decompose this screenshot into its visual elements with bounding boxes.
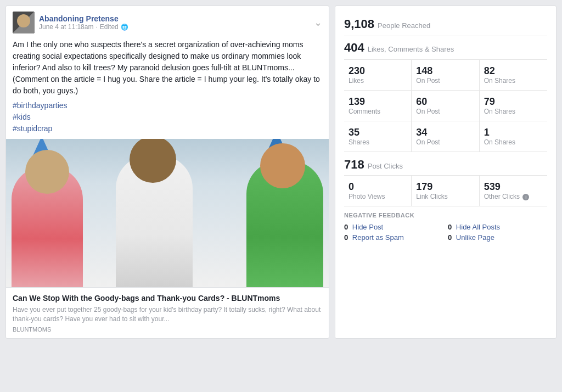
- globe-icon: 🌐: [121, 24, 128, 31]
- likes-on-shares-label: On Shares: [484, 77, 543, 85]
- lcs-label: Likes, Comments & Shares: [368, 45, 454, 53]
- main-container: Abandoning Pretense June 4 at 11:18am · …: [5, 5, 557, 339]
- likes-num: 230: [349, 65, 407, 77]
- hide-post-num: 0: [344, 223, 348, 231]
- other-clicks-label: Other Clicks i: [484, 193, 543, 200]
- shares-on-post-num: 34: [416, 127, 474, 138]
- post-panel: Abandoning Pretense June 4 at 11:18am · …: [5, 5, 329, 339]
- other-clicks-num: 539: [484, 181, 543, 193]
- comments-label: Comments: [349, 108, 407, 115]
- report-spam-num: 0: [344, 233, 348, 242]
- hashtag-kids[interactable]: #kids: [13, 111, 322, 123]
- shares-on-shares-num: 1: [484, 127, 543, 138]
- hashtag-stupidcrap[interactable]: #stupidcrap: [13, 123, 322, 135]
- people-reached-num: 9,108: [344, 17, 374, 31]
- photo-views-label: Photo Views: [349, 193, 407, 200]
- likes-on-post-label: On Post: [416, 77, 474, 85]
- people-reached-label: People Reached: [378, 21, 430, 30]
- other-clicks-cell: 539 Other Clicks i: [480, 176, 547, 206]
- post-clicks-row: 718 Post Clicks: [344, 152, 547, 176]
- likes-cell: 230 Likes: [344, 60, 412, 90]
- negative-feedback-label: NEGATIVE FEEDBACK: [344, 206, 547, 221]
- comments-on-post-num: 60: [416, 96, 474, 108]
- comments-grid: 139 Comments 60 On Post 79 On Shares: [344, 91, 547, 121]
- comments-on-shares-cell: 79 On Shares: [480, 91, 547, 121]
- shares-label: Shares: [349, 138, 407, 146]
- other-clicks-info-icon[interactable]: i: [522, 194, 529, 200]
- link-preview: Can We Stop With the Goody-bags and Than…: [6, 287, 329, 338]
- post-author-info: Abandoning Pretense June 4 at 11:18am · …: [39, 14, 128, 31]
- hide-all-link[interactable]: Hide All Posts: [456, 223, 500, 231]
- post-text: Am I the only one who suspects there's a…: [13, 39, 322, 97]
- likes-label: Likes: [349, 77, 407, 85]
- people-reached-row: 9,108 People Reached: [344, 13, 547, 36]
- comments-on-shares-label: On Shares: [484, 108, 543, 115]
- report-spam-link[interactable]: Report as Spam: [352, 233, 404, 242]
- photo-views-num: 0: [349, 181, 407, 193]
- shares-num: 35: [349, 127, 407, 138]
- link-desc: Have you ever put together 25 goody-bags…: [13, 305, 322, 324]
- dot-separator: ·: [95, 23, 97, 31]
- link-clicks-label: Link Clicks: [416, 193, 474, 200]
- post-image: [6, 139, 329, 287]
- avatar: [13, 12, 35, 33]
- likes-grid: 230 Likes 148 On Post 82 On Shares: [344, 60, 547, 91]
- link-clicks-cell: 179 Link Clicks: [412, 176, 479, 206]
- lcs-num: 404: [344, 41, 364, 55]
- likes-on-shares-cell: 82 On Shares: [480, 60, 547, 90]
- post-header-left: Abandoning Pretense June 4 at 11:18am · …: [13, 12, 128, 33]
- comments-num: 139: [349, 96, 407, 108]
- post-options-button[interactable]: ⌄: [314, 16, 322, 29]
- shares-grid: 35 Shares 34 On Post 1 On Shares: [344, 121, 547, 152]
- link-source: BLUNTMOMS: [13, 326, 322, 333]
- comments-cell: 139 Comments: [344, 91, 412, 121]
- photo-views-cell: 0 Photo Views: [344, 176, 412, 206]
- shares-on-shares-cell: 1 On Shares: [480, 121, 547, 152]
- link-clicks-num: 179: [416, 181, 474, 193]
- author-name[interactable]: Abandoning Pretense: [39, 14, 128, 23]
- report-spam-item: 0 Report as Spam: [344, 233, 443, 242]
- edited-label: Edited: [100, 23, 119, 31]
- hashtag-birthdayparties[interactable]: #birthdayparties: [13, 100, 322, 111]
- likes-on-post-num: 148: [416, 65, 474, 77]
- hashtags-container: #birthdayparties #kids #stupidcrap: [13, 100, 322, 135]
- negative-feedback-grid: 0 Hide Post 0 Hide All Posts 0 Report as…: [344, 221, 547, 242]
- stats-panel: 9,108 People Reached 404 Likes, Comments…: [335, 5, 557, 339]
- likes-on-shares-num: 82: [484, 65, 543, 77]
- unlike-link[interactable]: Unlike Page: [456, 233, 494, 242]
- post-meta: June 4 at 11:18am · Edited 🌐: [39, 23, 128, 31]
- post-header: Abandoning Pretense June 4 at 11:18am · …: [6, 6, 329, 37]
- likes-on-post-cell: 148 On Post: [412, 60, 479, 90]
- comments-on-post-label: On Post: [416, 108, 474, 115]
- link-title[interactable]: Can We Stop With the Goody-bags and Than…: [13, 293, 322, 303]
- post-body: Am I the only one who suspects there's a…: [6, 37, 329, 139]
- hide-post-link[interactable]: Hide Post: [352, 223, 383, 231]
- lcs-row: 404 Likes, Comments & Shares: [344, 36, 547, 60]
- hide-post-item: 0 Hide Post: [344, 223, 443, 231]
- shares-on-shares-label: On Shares: [484, 138, 543, 146]
- post-clicks-label: Post Clicks: [368, 162, 403, 170]
- comments-on-post-cell: 60 On Post: [412, 91, 479, 121]
- post-clicks-num: 718: [344, 158, 364, 172]
- hide-all-num: 0: [448, 223, 452, 231]
- hide-all-item: 0 Hide All Posts: [448, 223, 547, 231]
- shares-on-post-label: On Post: [416, 138, 474, 146]
- unlike-num: 0: [448, 233, 452, 242]
- post-date: June 4 at 11:18am: [39, 23, 93, 31]
- comments-on-shares-num: 79: [484, 96, 543, 108]
- clicks-grid: 0 Photo Views 179 Link Clicks 539 Other …: [344, 176, 547, 206]
- unlike-item: 0 Unlike Page: [448, 233, 547, 242]
- shares-on-post-cell: 34 On Post: [412, 121, 479, 152]
- shares-cell: 35 Shares: [344, 121, 412, 152]
